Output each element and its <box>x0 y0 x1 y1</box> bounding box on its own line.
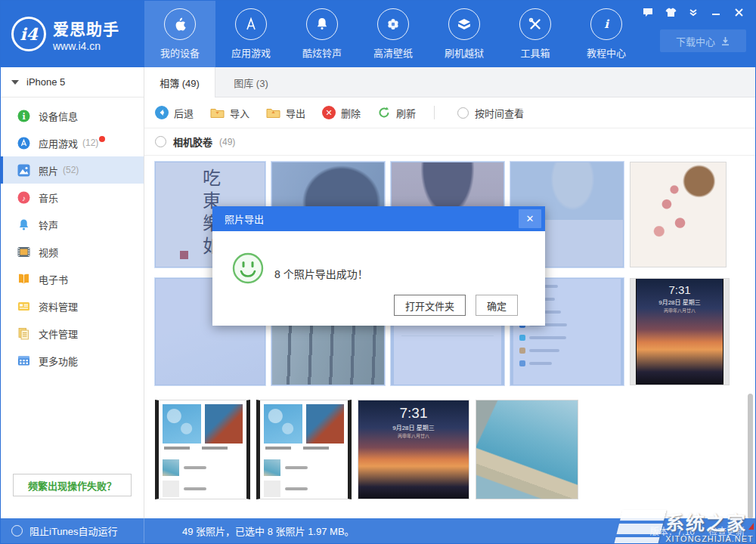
photo-toolbar: 后退 导入 导出 ✕ 删除 <box>144 97 755 128</box>
tab-albums[interactable]: 相簿 (49) <box>144 67 215 97</box>
app-title: 爱思助手 <box>53 17 119 39</box>
i4-logo-icon: i4 <box>11 17 46 51</box>
nav-label: 教程中心 <box>587 45 626 60</box>
nav-wallpapers[interactable]: 高清壁纸 <box>358 1 429 67</box>
tab-gallery[interactable]: 图库 (3) <box>215 67 287 97</box>
photos-icon <box>17 164 30 177</box>
back-label: 后退 <box>174 106 194 120</box>
feedback-icon[interactable] <box>642 7 654 17</box>
sidebar-item-photos[interactable]: 照片 (52) <box>1 156 144 184</box>
photo-thumbnail-lock-framed[interactable]: 7:319月28日 星期三丙申年八月廿八 <box>630 278 730 385</box>
dialog-title-bar[interactable]: 照片导出 ✕ <box>212 206 545 231</box>
video-icon <box>17 246 30 258</box>
nav-flash-jailbreak[interactable]: 刷机越狱 <box>429 1 500 67</box>
toolbox-wrench-icon <box>519 8 551 40</box>
download-center-button[interactable]: 下载中心 <box>660 29 746 52</box>
sidebar-item-videos[interactable]: 视频 <box>1 238 144 265</box>
sidebar-item-apps[interactable]: 应用游戏 (12) <box>1 129 144 156</box>
device-info-icon: i <box>17 110 30 122</box>
sidebar-item-ringtones[interactable]: 铃声 <box>1 211 144 238</box>
sidebar: iPhone 5 i 设备信息 应用游戏 (12) <box>1 67 144 519</box>
download-icon <box>720 36 730 46</box>
photo-row: 7:319月28日 星期三丙申年八月廿八 <box>144 400 755 499</box>
sidebar-item-label: 照片 <box>39 163 58 178</box>
minimize-icon[interactable] <box>710 7 722 17</box>
itunes-toggle[interactable]: 阻止iTunes自动运行 <box>1 518 144 543</box>
refresh-icon <box>377 106 391 119</box>
refresh-button[interactable]: 刷新 <box>377 106 416 120</box>
sidebar-item-device-info[interactable]: i 设备信息 <box>1 102 144 129</box>
toolbar-separator <box>434 106 435 119</box>
back-arrow-icon <box>155 106 169 119</box>
svg-text:♪: ♪ <box>22 193 26 202</box>
photo-thumbnail-wallpaper-set[interactable] <box>256 400 352 499</box>
chevron-down-icon <box>11 80 19 85</box>
nav-tutorials[interactable]: i 教程中心 <box>571 1 642 67</box>
menu-chevron-icon[interactable] <box>687 7 699 17</box>
photo-thumbnail-wallpaper-set[interactable] <box>155 400 250 499</box>
open-folder-button[interactable]: 打开文件夹 <box>394 295 466 316</box>
close-icon[interactable] <box>733 7 745 17</box>
photo-thumbnail-illustration[interactable] <box>630 162 727 267</box>
device-name: iPhone 5 <box>26 76 65 88</box>
nav-toolbox[interactable]: 工具箱 <box>500 1 571 67</box>
sidebar-item-label: 设备信息 <box>39 109 78 123</box>
photo-thumbnail-lockscreen[interactable]: 7:319月28日 星期三丙申年八月廿八 <box>358 400 469 499</box>
delete-x-icon: ✕ <box>322 106 336 119</box>
dialog-close-icon[interactable]: ✕ <box>519 209 541 228</box>
sidebar-item-count: (52) <box>63 165 79 175</box>
sidebar-item-more-features[interactable]: 更多功能 <box>1 347 144 374</box>
tab-bar: 相簿 (49) 图库 (3) <box>144 67 755 97</box>
operation-failure-help-button[interactable]: 频繁出现操作失败？ <box>13 474 132 496</box>
nav-label: 工具箱 <box>520 45 550 60</box>
itunes-radio-icon <box>11 525 23 536</box>
app-logo: i4 爱思助手 www.i4.cn <box>1 1 144 67</box>
data-card-icon <box>17 300 30 313</box>
wallpaper-flower-icon <box>377 8 409 40</box>
camera-roll-row[interactable]: 相机胶卷 (49) <box>144 128 755 156</box>
view-by-time-label: 按时间查看 <box>475 106 524 120</box>
import-label: 导入 <box>230 106 249 120</box>
files-icon <box>17 327 30 340</box>
nav-label: 刷机越狱 <box>445 45 484 60</box>
main-nav: 我的设备 应用游戏 酷炫铃声 高清壁纸 <box>144 1 642 67</box>
nav-label: 酷炫铃声 <box>302 45 342 60</box>
photo-export-dialog: 照片导出 ✕ 8 个照片导出成功！ 打开文件夹 确定 <box>212 206 545 326</box>
check-update-link[interactable]: 检查更新 <box>708 524 745 537</box>
photo-thumbnail-beach[interactable] <box>476 400 578 499</box>
device-selector[interactable]: iPhone 5 <box>1 67 144 97</box>
nav-my-device[interactable]: 我的设备 <box>144 1 215 67</box>
ok-button[interactable]: 确定 <box>476 295 518 316</box>
appstore-icon <box>235 8 267 40</box>
export-button[interactable]: 导出 <box>266 106 305 120</box>
app-url: www.i4.cn <box>53 40 119 52</box>
sidebar-item-label: 应用游戏 <box>39 136 78 150</box>
view-by-time-radio[interactable]: 按时间查看 <box>457 106 524 120</box>
import-button[interactable]: 导入 <box>210 106 249 120</box>
download-center-label: 下载中心 <box>676 34 715 48</box>
sidebar-item-music[interactable]: ♪ 音乐 <box>1 184 144 211</box>
music-icon: ♪ <box>17 191 30 204</box>
dialog-message: 8 个照片导出成功！ <box>274 266 368 281</box>
sidebar-item-file-management[interactable]: 文件管理 <box>1 320 144 347</box>
nav-app-games[interactable]: 应用游戏 <box>215 1 287 67</box>
back-button[interactable]: 后退 <box>155 106 194 120</box>
nav-ringtones[interactable]: 酷炫铃声 <box>287 1 358 67</box>
nav-label: 应用游戏 <box>231 45 271 60</box>
sidebar-item-label: 电子书 <box>39 272 68 286</box>
album-radio-icon <box>155 136 166 147</box>
skin-theme-icon[interactable] <box>665 7 677 17</box>
selection-summary: 49 张照片，已选中 8 张照片 1.97 MB。 <box>182 524 355 538</box>
sidebar-item-ebooks[interactable]: 电子书 <box>1 265 144 292</box>
sidebar-item-label: 文件管理 <box>39 326 78 341</box>
bell-icon <box>306 8 338 40</box>
status-bar: 阻止iTunes自动运行 49 张照片，已选中 8 张照片 1.97 MB。 版… <box>1 518 755 543</box>
svg-text:i: i <box>22 111 25 121</box>
sidebar-item-data-management[interactable]: 资料管理 <box>1 292 144 320</box>
svg-text:i: i <box>604 17 609 31</box>
apps-icon <box>17 137 30 150</box>
import-folder-icon <box>210 107 225 119</box>
delete-button[interactable]: ✕ 删除 <box>322 106 361 120</box>
scrollbar-thumb[interactable] <box>748 394 753 519</box>
sidebar-menu: i 设备信息 应用游戏 (12) 照片 <box>1 102 144 374</box>
